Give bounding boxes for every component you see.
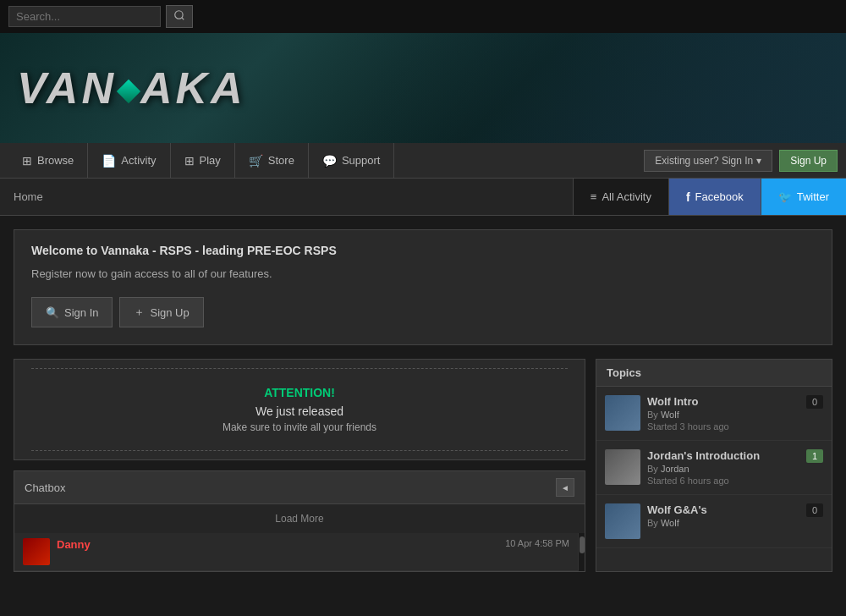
signin-button-label: Sign In (64, 306, 98, 319)
existing-user-signin-button[interactable]: Existing user? Sign In ▾ (644, 150, 772, 172)
all-activity-label: All Activity (602, 190, 651, 203)
welcome-box: Welcome to Vannaka - RSPS - leading PRE-… (14, 229, 832, 345)
topic-count: 1 (806, 449, 823, 463)
banner-background (338, 33, 846, 143)
nav-browse-label: Browse (37, 154, 74, 167)
signup-label: Sign Up (790, 155, 827, 167)
signup-button-label: Sign Up (150, 306, 189, 319)
twitter-icon: 🐦 (778, 190, 792, 203)
dotted-top (31, 368, 568, 369)
search-bar (0, 0, 846, 33)
topic-title: Wolf G&A's (647, 503, 799, 516)
topic-count: 0 (806, 503, 823, 517)
search-input[interactable] (8, 6, 161, 27)
signup-plus-icon: ＋ (134, 305, 145, 320)
topic-by: By Wolf (647, 410, 799, 420)
search-button[interactable] (166, 5, 193, 28)
activity-tabs: ≡ All Activity f Facebook 🐦 Twitter (573, 179, 846, 215)
topic-title: Jordan's Introduction (647, 449, 799, 462)
avatar (605, 449, 640, 485)
topic-info: Wolf Intro By Wolf Started 3 hours ago (647, 395, 799, 432)
facebook-icon: f (686, 190, 690, 204)
chatbox-body: Load More Danny 10 Apr 4:58 PM (14, 504, 585, 571)
welcome-title: Welcome to Vannaka - RSPS - leading PRE-… (31, 244, 815, 257)
topic-by: By Jordan (647, 464, 799, 474)
topic-author: Wolf (661, 518, 679, 528)
topic-info: Jordan's Introduction By Jordan Started … (647, 449, 799, 486)
chat-timestamp: 10 Apr 4:58 PM (505, 538, 569, 548)
home-link[interactable]: Home (14, 190, 43, 203)
welcome-text: Register now to gain access to all of ou… (31, 267, 815, 280)
topic-started: Started 3 hours ago (647, 421, 799, 432)
left-panel: ATTENTION! We just released Make sure to… (14, 359, 585, 572)
signin-label: Existing user? Sign In (655, 155, 753, 167)
chat-username: Danny (57, 538, 91, 551)
avatar (23, 538, 50, 565)
svg-point-0 (175, 11, 183, 19)
tab-twitter[interactable]: 🐦 Twitter (761, 179, 846, 215)
topic-title: Wolf Intro (647, 395, 799, 408)
topic-item[interactable]: Wolf Intro By Wolf Started 3 hours ago 0 (596, 387, 832, 441)
nav-activity[interactable]: 📄 Activity (88, 143, 170, 178)
activity-icon: 📄 (102, 154, 116, 168)
chat-content: Danny (57, 538, 498, 551)
topic-author: Wolf (661, 410, 679, 420)
site-logo: VANAKA (17, 63, 246, 113)
nav-play-label: Play (200, 154, 221, 167)
twitter-label: Twitter (797, 190, 829, 203)
nav-store[interactable]: 🛒 Store (235, 143, 309, 178)
nav-play[interactable]: ⊞ Play (171, 143, 235, 178)
invite-label: Make sure to invite all your friends (222, 421, 376, 433)
facebook-label: Facebook (695, 190, 744, 203)
site-banner: VANAKA (0, 33, 846, 143)
logo-diamond (117, 80, 140, 103)
nav-support-label: Support (342, 154, 381, 167)
announcement-box: ATTENTION! We just released Make sure to… (14, 359, 585, 460)
browse-icon: ⊞ (22, 154, 32, 168)
toggle-icon: ◄ (561, 483, 569, 492)
avatar (605, 395, 640, 431)
topic-info: Wolf G&A's By Wolf (647, 503, 799, 530)
activity-bar: Home ≡ All Activity f Facebook 🐦 Twitter (0, 179, 846, 216)
auth-buttons: 🔍 Sign In ＋ Sign Up (31, 297, 815, 327)
store-icon: 🛒 (249, 154, 263, 168)
sign-up-button[interactable]: ＋ Sign Up (119, 297, 203, 327)
nav-browse[interactable]: ⊞ Browse (8, 143, 88, 178)
chat-message: Danny 10 Apr 4:58 PM (14, 533, 578, 571)
nav-items: ⊞ Browse 📄 Activity ⊞ Play 🛒 Store 💬 Sup… (8, 143, 644, 178)
main-content: ATTENTION! We just released Make sure to… (0, 345, 846, 586)
chatbox: Chatbox ◄ Load More Danny (14, 470, 585, 572)
tab-facebook[interactable]: f Facebook (668, 179, 761, 215)
sign-in-button[interactable]: 🔍 Sign In (31, 297, 113, 327)
dotted-bottom (31, 450, 568, 451)
topic-item[interactable]: Jordan's Introduction By Jordan Started … (596, 441, 832, 495)
chatbox-header: Chatbox ◄ (14, 471, 585, 504)
avatar (605, 503, 640, 539)
breadcrumb: Home (0, 190, 573, 203)
topic-author: Jordan (661, 464, 689, 474)
play-icon: ⊞ (184, 154, 195, 168)
topic-item[interactable]: Wolf G&A's By Wolf 0 (596, 495, 832, 548)
nav-support[interactable]: 💬 Support (309, 143, 395, 178)
dropdown-chevron-icon: ▾ (756, 155, 761, 167)
nav-auth: Existing user? Sign In ▾ Sign Up (644, 150, 838, 172)
signin-magnifier-icon: 🔍 (46, 306, 59, 319)
svg-line-1 (182, 18, 184, 20)
load-more-button[interactable]: Load More (14, 504, 585, 533)
topic-count: 0 (806, 395, 823, 409)
chatbox-title: Chatbox (25, 481, 65, 494)
signup-button[interactable]: Sign Up (779, 150, 838, 172)
topic-started: Started 6 hours ago (647, 476, 799, 486)
topic-by: By Wolf (647, 518, 799, 528)
nav-activity-label: Activity (121, 154, 156, 167)
main-nav: ⊞ Browse 📄 Activity ⊞ Play 🛒 Store 💬 Sup… (0, 143, 846, 179)
scrollbar-thumb[interactable] (580, 536, 585, 553)
topics-panel: Topics Wolf Intro By Wolf Started 3 hour… (596, 359, 832, 572)
attention-label: ATTENTION! (264, 386, 335, 399)
support-icon: 💬 (322, 154, 337, 168)
tab-all-activity[interactable]: ≡ All Activity (573, 179, 668, 215)
chatbox-toggle-button[interactable]: ◄ (556, 478, 574, 497)
activity-tab-icon: ≡ (591, 190, 597, 203)
avatar-image (23, 538, 50, 565)
released-label: We just released (255, 404, 343, 418)
